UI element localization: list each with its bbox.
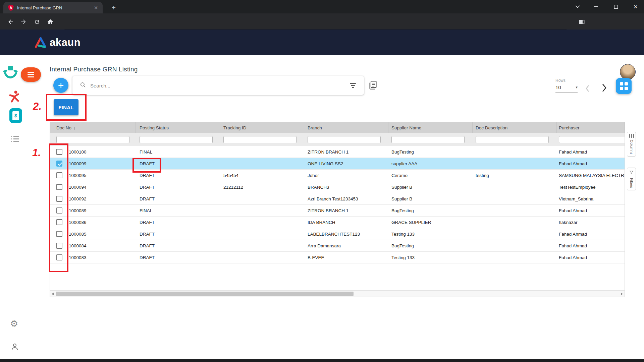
posting-status-value: DRAFT [136,173,220,178]
doc-no-value: 1000089 [69,208,87,213]
supplier-name-value: BugTesting [388,149,473,155]
sidebar-expand-button[interactable] [21,67,41,82]
window-close-button[interactable]: ✕ [631,3,640,11]
filter-input-doc-description[interactable] [476,136,549,143]
dropdown-arrow-icon: ▾ [576,85,578,89]
search-card [72,76,364,95]
profile-person-icon[interactable] [11,343,19,352]
filter-input-supplier-name[interactable] [391,136,465,143]
new-tab-button[interactable]: + [109,3,118,12]
purchaser-value: Fahad Ahmad [557,208,625,213]
tab-search-chevron-icon[interactable] [573,3,582,11]
sort-descending-icon[interactable]: ↓ [73,125,76,130]
akaun-logo: akaun [34,37,80,49]
horizontal-scrollbar-thumb[interactable] [56,292,354,296]
column-header-tracking-id[interactable]: Tracking ID [220,122,304,133]
user-avatar[interactable] [620,64,636,80]
table-row[interactable]: 1000084 DRAFT Arra Damansara BugTesting … [50,240,625,252]
filter-input-purchaser[interactable] [559,136,625,143]
doc-no-value: 1000092 [69,196,87,201]
sidebar-item-red-applet-icon[interactable] [9,90,19,104]
branch-value: ZITRON BRANCH 1 [304,149,388,155]
settings-gear-icon[interactable]: ⚙ [10,319,18,328]
supplier-name-value: Supplier B [388,196,473,201]
purchaser-value: Fahad Ahmad [557,161,625,166]
home-icon[interactable] [46,18,54,26]
column-header-doc-no[interactable]: Doc No ↓ [50,122,136,133]
doc-no-value: 1000094 [69,185,87,190]
search-icon [80,82,86,89]
column-header-branch[interactable]: Branch [304,122,388,133]
branch-value: B-EVEE [304,255,388,260]
tracking-id-value: 21212112 [220,185,304,190]
tab-close-icon[interactable]: ✕ [93,4,99,11]
rows-per-page-select[interactable]: 10 ▾ [555,84,578,93]
grid-view-button[interactable] [616,78,632,94]
purchaser-value: Fahad Ahmad [557,232,625,237]
rows-label: Rows [555,78,566,83]
window-maximize-button[interactable] [611,3,621,11]
ledger-paper-glyph: $ [12,111,19,120]
search-input[interactable] [90,83,349,88]
filter-input-tracking-id[interactable] [223,136,297,143]
posting-status-value: DRAFT [136,220,220,225]
column-header-posting-status[interactable]: Posting Status [136,122,220,133]
purchaser-value: Fahad Ahmad [557,149,625,155]
scroll-right-arrow-icon[interactable] [621,293,623,295]
rows-per-page-value: 10 [555,84,561,90]
scroll-left-arrow-icon[interactable] [52,293,54,295]
filter-input-posting-status[interactable] [140,136,213,143]
columns-panel-tab[interactable]: Columns [627,132,636,157]
column-header-supplier-name[interactable]: Supplier Name [388,122,473,133]
branch-value: Azri Branch Test1233453 [304,196,388,201]
forward-icon[interactable] [19,18,28,26]
add-button[interactable]: + [53,78,68,93]
table-row[interactable]: 1000089 FINAL ZITRON BRANCH 1 BugTesting… [50,205,625,217]
annotation-box-final-button [46,94,87,121]
table-row[interactable]: 1000094 DRAFT 21212112 BRANCH3 Supplier … [50,181,625,193]
applet-store-hands-icon[interactable] [3,64,18,83]
purchaser-value: haknazar [557,220,625,225]
grn-listing-table: Doc No ↓ Posting Status Tracking ID Bran… [50,122,625,297]
column-header-doc-description[interactable]: Doc Description [473,122,557,133]
filter-input-doc-no[interactable] [56,136,129,143]
doc-no-value: 1000083 [69,255,87,260]
next-page-chevron[interactable] [601,83,607,94]
page-title: Internal Purchase GRN Listing [50,66,138,73]
supplier-name-value: Testing 133 [388,255,473,260]
table-row[interactable]: 1000100 FINAL ZITRON BRANCH 1 BugTesting… [50,146,625,158]
horizontal-scrollbar[interactable] [50,290,625,297]
posting-status-value: FINAL [136,208,220,213]
filters-panel-tab[interactable]: Filters [627,168,636,190]
grid-icon [620,82,628,90]
table-row[interactable]: 1000085 DRAFT LABELBRANCHTEST123 Testing… [50,228,625,240]
angular-favicon-icon: A [8,5,14,11]
posting-status-value: DRAFT [136,243,220,248]
table-row[interactable]: 1000092 DRAFT Azri Branch Test1233453 Su… [50,193,625,205]
branch-value: ZITRON BRANCH 1 [304,208,388,213]
posting-status-value: DRAFT [136,196,220,201]
tab-title: Internal Purchase GRN [17,5,93,10]
table-row[interactable]: 1000083 DRAFT B-EVEE Testing 133 Fahad A… [50,252,625,263]
branch-value: ONE LIVING SS2 [304,161,388,166]
filter-list-icon[interactable] [349,83,357,88]
supplier-name-value: BugTesting [388,243,473,248]
previous-page-chevron[interactable] [585,84,590,94]
table-row[interactable]: 1000086 DRAFT IDA BRANCH GRACE SUPPLIER … [50,217,625,228]
sidebar-item-ledger-icon[interactable]: $ [9,108,22,123]
filter-input-branch[interactable] [308,136,381,143]
supplier-name-value: supplier AAA [388,161,473,166]
back-icon[interactable] [7,18,15,26]
table-header-row: Doc No ↓ Posting Status Tracking ID Bran… [50,122,625,133]
reload-icon[interactable] [33,18,41,26]
column-header-purchaser[interactable]: Purchaser [557,122,625,133]
sidebar-item-list-icon[interactable] [11,136,19,142]
doc-no-value: 1000084 [69,243,87,248]
browser-tab[interactable]: A Internal Purchase GRN ✕ [3,2,103,13]
filters-tab-label: Filters [630,178,634,188]
duplicate-pages-icon[interactable] [368,80,377,92]
supplier-name-value: GRACE SUPPLIER [388,220,473,225]
side-panel-icon[interactable] [578,18,586,26]
window-minimize-button[interactable] [591,3,601,11]
columns-tab-label: Columns [630,140,634,154]
